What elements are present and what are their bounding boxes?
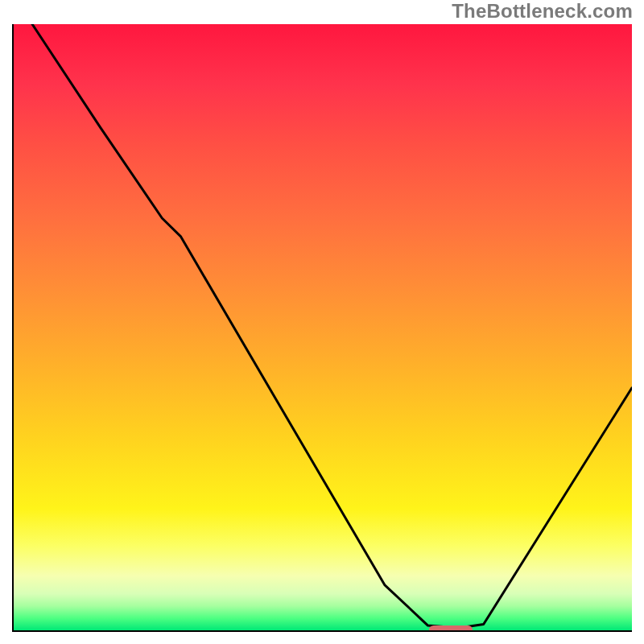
optimal-range-marker bbox=[429, 625, 473, 632]
chart-frame: TheBottleneck.com bbox=[0, 0, 644, 644]
plot-area bbox=[12, 24, 632, 632]
bottleneck-curve bbox=[14, 24, 632, 630]
watermark-text: TheBottleneck.com bbox=[452, 0, 633, 23]
